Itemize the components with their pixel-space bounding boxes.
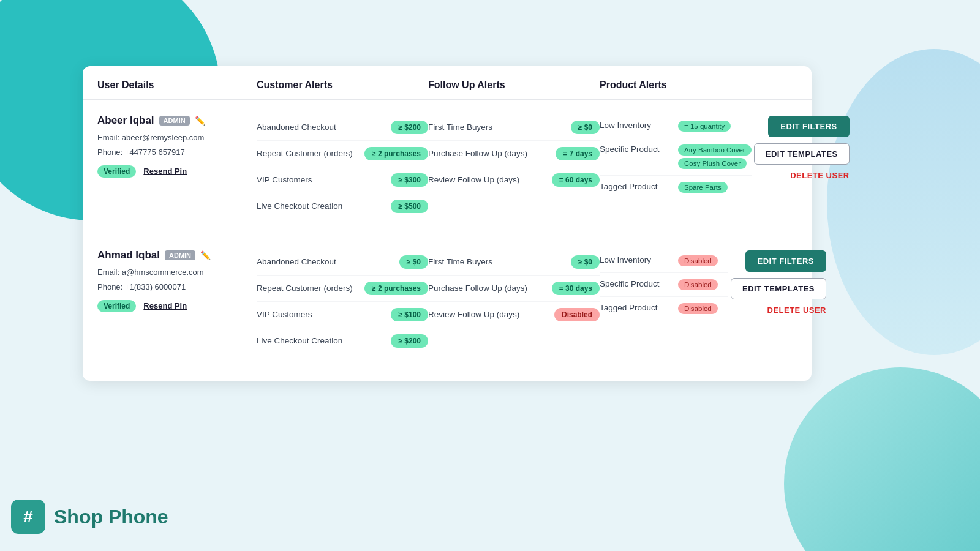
bg-shape-teal-bottom (784, 367, 980, 551)
bg-shape-blue-right (827, 49, 980, 355)
user-name-1: Abeer Iqbal (97, 114, 154, 127)
verified-badge-1: Verified (97, 165, 136, 178)
customer-alerts-col-1: Abandoned Checkout ≥ $200 Repeat Custome… (257, 114, 428, 219)
customer-alert-label-1-1: Repeat Customer (orders) (257, 148, 360, 160)
customer-alert-badge-1-0: ≥ $200 (391, 121, 428, 134)
customer-alert-badge-1-1: ≥ 2 purchases (364, 147, 428, 160)
user-name-row-1: Abeer Iqbal ADMIN ✏️ (97, 114, 257, 127)
product-tag-2-1-0: Disabled (678, 279, 718, 290)
user-actions-1: Verified Resend Pin (97, 165, 257, 178)
edit-filters-button-1[interactable]: EDIT FILTERS (768, 116, 849, 137)
product-tags-2-0: Disabled (678, 255, 718, 266)
user-row-2: Ahmad Iqbal ADMIN ✏️ Email: a@hmscommerc… (83, 234, 812, 369)
customer-alert-row-2-0: Abandoned Checkout ≥ $0 (257, 249, 428, 276)
customer-alert-row-2-1: Repeat Customer (orders) ≥ 2 purchases (257, 276, 428, 302)
delete-user-button-2[interactable]: DELETE USER (767, 305, 826, 315)
customer-alert-row-1-3: Live Checkout Creation ≥ $500 (257, 193, 428, 219)
edit-user-icon-1[interactable]: ✏️ (195, 116, 205, 126)
resend-pin-link-2[interactable]: Resend Pin (143, 301, 187, 310)
delete-user-button-1[interactable]: DELETE USER (790, 171, 850, 180)
customer-alert-row-2-3: Live Checkout Creation ≥ $200 (257, 328, 428, 354)
followup-alert-label-1-2: Review Follow Up (days) (428, 174, 547, 186)
customer-alert-label-2-1: Repeat Customer (orders) (257, 283, 360, 294)
user-row-1: Abeer Iqbal ADMIN ✏️ Email: abeer@remysl… (83, 100, 812, 234)
user-email-1: Email: abeer@remysleep.com (97, 132, 257, 144)
product-actions-wrapper-1: Low Inventory = 15 quantity Specific Pro… (600, 114, 826, 199)
customer-alert-label-2-2: VIP Customers (257, 309, 386, 321)
customer-alert-badge-1-2: ≥ $300 (391, 173, 428, 187)
followup-alert-label-2-0: First Time Buyers (428, 257, 566, 268)
admin-badge-1: ADMIN (159, 116, 190, 126)
product-label-1-0: Low Inventory (600, 121, 673, 130)
customer-alert-row-1-0: Abandoned Checkout ≥ $200 (257, 114, 428, 141)
product-label-2-0: Low Inventory (600, 255, 673, 264)
product-row-1-2: Tagged Product Spare Parts (600, 176, 752, 199)
followup-alerts-col-1: First Time Buyers ≥ $0 Purchase Follow U… (428, 114, 600, 193)
product-row-1-0: Low Inventory = 15 quantity (600, 114, 752, 138)
header-product-alerts: Product Alerts (600, 80, 826, 91)
customer-alert-row-2-2: VIP Customers ≥ $100 (257, 302, 428, 328)
edit-user-icon-2[interactable]: ✏️ (200, 250, 211, 260)
product-tag-1-1-0: Airy Bamboo Cover (678, 144, 752, 156)
followup-alert-badge-1-1: = 7 days (556, 147, 600, 160)
product-row-2-2: Tagged Product Disabled (600, 297, 728, 320)
user-details-1: Abeer Iqbal ADMIN ✏️ Email: abeer@remysl… (97, 114, 257, 178)
logo-icon: # (11, 500, 45, 534)
product-tag-2-0-0: Disabled (678, 255, 718, 266)
product-tags-2-1: Disabled (678, 279, 718, 290)
table-header: User Details Customer Alerts Follow Up A… (83, 66, 812, 100)
actions-wrapper-1: EDIT FILTERS EDIT TEMPLATES DELETE USER (752, 114, 850, 180)
product-label-2-1: Specific Product (600, 279, 673, 288)
header-customer-alerts: Customer Alerts (257, 80, 428, 91)
customer-alert-badge-2-0: ≥ $0 (399, 255, 428, 269)
header-user-details: User Details (97, 80, 257, 91)
product-tag-1-1-1: Cosy Plush Cover (678, 158, 747, 169)
product-tag-1-0-0: = 15 quantity (678, 121, 731, 132)
product-tags-2-2: Disabled (678, 303, 718, 314)
user-name-row-2: Ahmad Iqbal ADMIN ✏️ (97, 249, 257, 261)
product-tag-1-2-0: Spare Parts (678, 182, 728, 193)
resend-pin-link-1[interactable]: Resend Pin (143, 167, 187, 176)
edit-templates-button-2[interactable]: EDIT TEMPLATES (731, 278, 826, 299)
user-actions-2: Verified Resend Pin (97, 300, 257, 312)
followup-alert-badge-2-1: = 30 days (552, 282, 600, 295)
logo-bar: # Shop Phone (11, 500, 168, 534)
customer-alert-label-2-3: Live Checkout Creation (257, 335, 386, 347)
followup-alerts-col-2: First Time Buyers ≥ $0 Purchase Follow U… (428, 249, 600, 328)
user-name-2: Ahmad Iqbal (97, 249, 160, 261)
product-row-2-0: Low Inventory Disabled (600, 249, 728, 273)
customer-alert-label-2-0: Abandoned Checkout (257, 257, 394, 268)
followup-alert-badge-1-2: = 60 days (552, 173, 600, 187)
customer-alert-badge-2-3: ≥ $200 (391, 334, 428, 348)
followup-alert-badge-2-0: ≥ $0 (571, 255, 600, 269)
edit-filters-button-2[interactable]: EDIT FILTERS (745, 250, 826, 272)
product-label-1-2: Tagged Product (600, 182, 673, 191)
product-alerts-inner-1: Low Inventory = 15 quantity Specific Pro… (600, 114, 752, 199)
customer-alert-row-1-1: Repeat Customer (orders) ≥ 2 purchases (257, 141, 428, 167)
header-follow-up-alerts: Follow Up Alerts (428, 80, 600, 91)
admin-badge-2: ADMIN (165, 250, 195, 260)
customer-alert-label-1-2: VIP Customers (257, 174, 386, 186)
customer-alert-row-1-2: VIP Customers ≥ $300 (257, 167, 428, 193)
customer-alerts-col-2: Abandoned Checkout ≥ $0 Repeat Customer … (257, 249, 428, 354)
customer-alert-label-1-0: Abandoned Checkout (257, 122, 386, 133)
product-row-2-1: Specific Product Disabled (600, 273, 728, 297)
verified-badge-2: Verified (97, 300, 136, 312)
followup-alert-label-1-1: Purchase Follow Up (days) (428, 148, 551, 160)
followup-alert-row-1-1: Purchase Follow Up (days) = 7 days (428, 141, 600, 167)
edit-templates-button-1[interactable]: EDIT TEMPLATES (754, 143, 850, 165)
followup-alert-row-1-2: Review Follow Up (days) = 60 days (428, 167, 600, 193)
customer-alert-badge-1-3: ≥ $500 (391, 200, 428, 213)
customer-alert-badge-2-1: ≥ 2 purchases (364, 282, 428, 295)
product-label-2-2: Tagged Product (600, 303, 673, 312)
user-email-2: Email: a@hmscommerce.com (97, 266, 257, 279)
product-tags-1-0: = 15 quantity (678, 121, 731, 132)
followup-alert-row-2-2: Review Follow Up (days) Disabled (428, 302, 600, 328)
user-phone-1: Phone: +447775 657917 (97, 146, 257, 159)
user-details-2: Ahmad Iqbal ADMIN ✏️ Email: a@hmscommerc… (97, 249, 257, 312)
customer-alert-badge-2-2: ≥ $100 (391, 308, 428, 321)
followup-alert-badge-2-2: Disabled (554, 308, 600, 321)
user-phone-2: Phone: +1(833) 6000071 (97, 281, 257, 294)
logo-text: Shop Phone (54, 506, 168, 528)
logo-hash: # (23, 507, 33, 527)
